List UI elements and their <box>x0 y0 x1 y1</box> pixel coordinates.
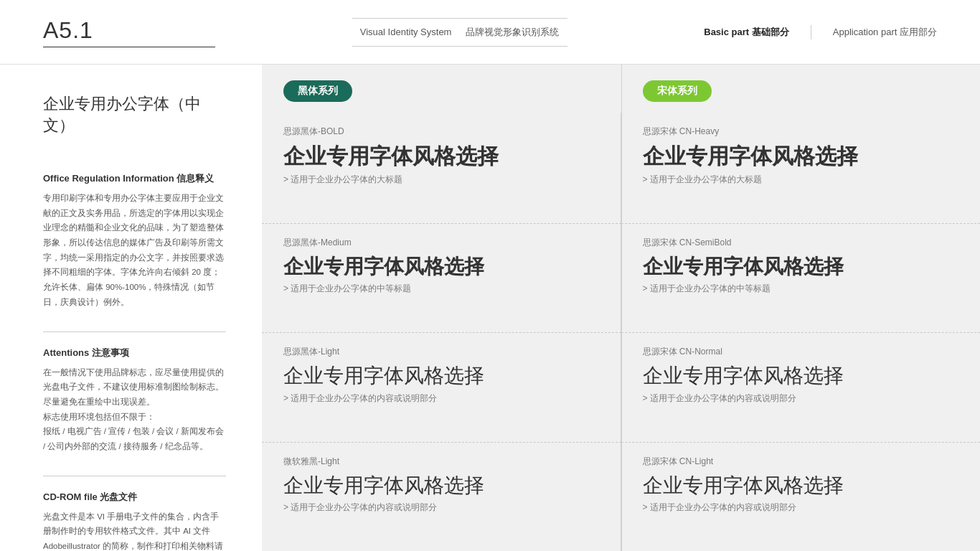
font-cell-right-3: 思源宋体 CN-Light 企业专用字体风格选择 > 适用于企业办公字体的内容或… <box>621 442 981 551</box>
font-cell-right-1: 思源宋体 CN-SemiBold 企业专用字体风格选择 > 适用于企业办公字体的… <box>621 223 981 332</box>
font-cell-right-2: 思源宋体 CN-Normal 企业专用字体风格选择 > 适用于企业办公字体的内容… <box>621 332 981 441</box>
sidebar: 企业专用办公字体（中文） Office Regulation Informati… <box>0 65 262 551</box>
content-area: 黑体系列 宋体系列 思源黑体-BOLD 企业专用字体风格选择 > 适用于企业办公… <box>262 65 980 551</box>
header-nav: Basic part 基础部分 Application part 应用部分 <box>704 25 937 39</box>
font-demo-left-3: 企业专用字体风格选择 <box>283 474 599 498</box>
font-name-left-0: 思源黑体-BOLD <box>283 126 599 138</box>
font-cell-left-2: 思源黑体-Light 企业专用字体风格选择 > 适用于企业办公字体的内容或说明部… <box>262 332 621 441</box>
font-demo-left-2: 企业专用字体风格选择 <box>283 364 599 388</box>
column-divider <box>621 65 622 551</box>
header-left: A5.1 <box>43 17 215 47</box>
header-title-en: Visual Identity System <box>360 27 452 37</box>
sidebar-section-3: CD-ROM file 光盘文件 光盘文件是本 VI 手册电子文件的集合，内含手… <box>43 491 226 551</box>
col1-badge: 黑体系列 <box>283 80 352 102</box>
nav-application[interactable]: Application part 应用部分 <box>833 26 937 39</box>
header: A5.1 Visual Identity System 品牌视觉形象识别系统 B… <box>0 0 980 65</box>
section-3-body: 光盘文件是本 VI 手册电子文件的集合，内含手册制作时的专用软件格式文件。其中 … <box>43 509 226 551</box>
font-desc-left-2: > 适用于企业办公字体的内容或说明部分 <box>283 392 599 405</box>
font-desc-right-1: > 适用于企业办公字体的中等标题 <box>643 283 959 295</box>
section-2-body3: 报纸 / 电视广告 / 宣传 / 包装 / 会议 / 新闻发布会 / 公司内外部… <box>43 424 226 453</box>
col1-header: 黑体系列 <box>262 65 621 113</box>
font-desc-right-0: > 适用于企业办公字体的大标题 <box>643 174 959 186</box>
font-demo-right-1: 企业专用字体风格选择 <box>643 255 959 279</box>
font-name-right-1: 思源宋体 CN-SemiBold <box>643 237 959 249</box>
nav-basic[interactable]: Basic part 基础部分 <box>704 26 789 39</box>
font-name-right-2: 思源宋体 CN-Normal <box>643 346 959 358</box>
font-demo-right-3: 企业专用字体风格选择 <box>643 474 959 498</box>
page-code: A5.1 <box>43 17 215 44</box>
font-cell-left-0: 思源黑体-BOLD 企业专用字体风格选择 > 适用于企业办公字体的大标题 <box>262 113 621 223</box>
font-desc-left-0: > 适用于企业办公字体的大标题 <box>283 174 599 186</box>
font-demo-left-0: 企业专用字体风格选择 <box>283 143 599 169</box>
font-demo-left-1: 企业专用字体风格选择 <box>283 255 599 279</box>
sidebar-rule-1 <box>43 331 226 332</box>
font-desc-left-1: > 适用于企业办公字体的中等标题 <box>283 283 599 295</box>
sidebar-rule-2 <box>43 476 226 476</box>
header-top-rule <box>352 18 567 19</box>
header-title-row: Visual Identity System 品牌视觉形象识别系统 <box>360 26 560 39</box>
header-bottom-rule <box>352 46 567 47</box>
header-divider <box>43 47 215 47</box>
header-title-cn: 品牌视觉形象识别系统 <box>466 26 559 39</box>
section-1-title: Office Regulation Information 信息释义 <box>43 172 226 185</box>
sidebar-section-1: Office Regulation Information 信息释义 专用印刷字… <box>43 172 226 310</box>
section-1-body: 专用印刷字体和专用办公字体主要应用于企业文献的正文及实务用品，所选定的字体用以实… <box>43 191 226 310</box>
section-2-title: Attentions 注意事项 <box>43 347 226 359</box>
font-desc-left-3: > 适用于企业办公字体的内容或说明部分 <box>283 501 599 514</box>
font-name-right-3: 思源宋体 CN-Light <box>643 456 959 468</box>
font-name-left-2: 思源黑体-Light <box>283 346 599 358</box>
font-cell-left-1: 思源黑体-Medium 企业专用字体风格选择 > 适用于企业办公字体的中等标题 <box>262 223 621 332</box>
section-2-body2: 标志使用环境包括但不限于： <box>43 410 226 425</box>
font-desc-right-3: > 适用于企业办公字体的内容或说明部分 <box>643 501 959 514</box>
sidebar-title: 企业专用办公字体（中文） <box>43 93 226 136</box>
font-name-left-3: 微软雅黑-Light <box>283 456 599 468</box>
font-desc-right-2: > 适用于企业办公字体的内容或说明部分 <box>643 392 959 405</box>
font-name-right-0: 思源宋体 CN-Heavy <box>643 126 959 138</box>
font-cell-left-3: 微软雅黑-Light 企业专用字体风格选择 > 适用于企业办公字体的内容或说明部… <box>262 442 621 551</box>
nav-divider <box>811 25 811 39</box>
section-2-body1: 在一般情况下使用品牌标志，应尽量使用提供的光盘电子文件，不建议使用标准制图绘制标… <box>43 365 226 410</box>
sidebar-section-2: Attentions 注意事项 在一般情况下使用品牌标志，应尽量使用提供的光盘电… <box>43 347 226 454</box>
section-3-title: CD-ROM file 光盘文件 <box>43 491 226 504</box>
font-name-left-1: 思源黑体-Medium <box>283 237 599 249</box>
main-content: 企业专用办公字体（中文） Office Regulation Informati… <box>0 65 980 551</box>
font-cell-right-0: 思源宋体 CN-Heavy 企业专用字体风格选择 > 适用于企业办公字体的大标题 <box>621 113 981 223</box>
col2-header: 宋体系列 <box>621 65 981 113</box>
header-center: Visual Identity System 品牌视觉形象识别系统 <box>352 18 567 47</box>
col2-badge: 宋体系列 <box>643 80 712 102</box>
font-demo-right-0: 企业专用字体风格选择 <box>643 143 959 169</box>
font-demo-right-2: 企业专用字体风格选择 <box>643 364 959 388</box>
